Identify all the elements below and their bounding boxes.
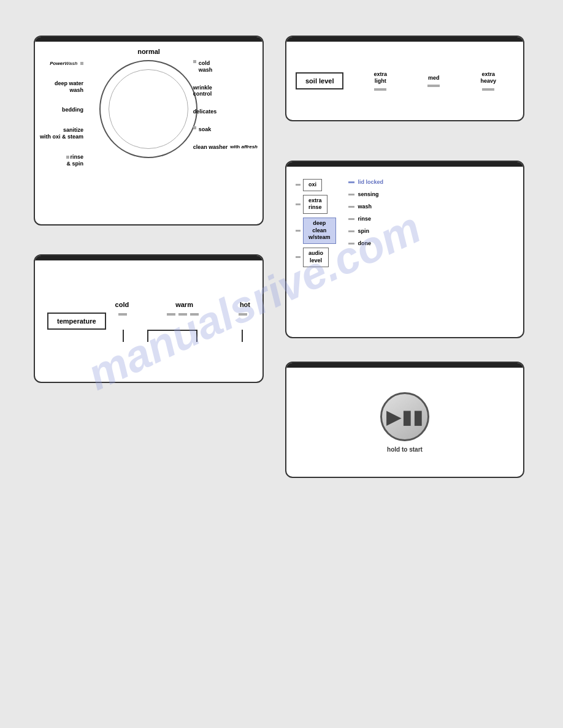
oxi-led [296, 184, 301, 186]
soil-inner: soil level extralight med extraheavy [286, 42, 523, 120]
panel-header-soil [286, 37, 523, 42]
temp-warm-label: warm [175, 301, 193, 308]
temp-inner: temperature cold warm hot [35, 260, 262, 382]
cycle-inner: normal PowerWash deep waterwash bedding … [35, 42, 262, 224]
soil-med-led [427, 85, 440, 87]
temp-warm-leds [167, 313, 199, 316]
status-spin: spin [348, 228, 514, 234]
spin-led [348, 230, 354, 232]
lid-locked-led [348, 181, 354, 183]
options-left: oxi extrarinse deepcleanw/steam audiolev… [296, 173, 336, 331]
soil-panel: soil level extralight med extraheavy [285, 36, 524, 121]
powerwash-led [80, 62, 83, 65]
option-oxi-row: oxi [296, 179, 336, 191]
wash-label: wash [358, 203, 372, 210]
status-wash: wash [348, 203, 514, 210]
done-label: done [358, 240, 372, 246]
cycle-label-soak: soak [193, 126, 258, 133]
cycle-label-powerwash: PowerWash [40, 60, 83, 67]
cycle-label-deep-water-wash: deep waterwash [40, 80, 83, 94]
cold-wash-led [193, 60, 196, 63]
cycle-label-sanitize: sanitizewith oxi & steam [40, 127, 83, 140]
cycle-label-bedding: bedding [40, 107, 83, 113]
rinse-label: rinse [358, 216, 372, 222]
option-extra-rinse-row: extrarinse [296, 195, 336, 214]
temp-hot-led-1 [239, 313, 247, 316]
audio-level-button[interactable]: audiolevel [303, 248, 329, 267]
temp-hot-leds [239, 313, 247, 316]
deep-clean-button[interactable]: deepcleanw/steam [303, 218, 336, 244]
extra-rinse-button[interactable]: extrarinse [303, 195, 327, 214]
soil-extra-light-label: extralight [374, 71, 388, 85]
start-inner: ▶▮▮ hold to start [286, 368, 523, 477]
option-audio-level-row: audiolevel [296, 248, 336, 267]
temp-leds-row [115, 313, 250, 316]
cycle-right-labels: coldwash wrinklecontrol delicates soak c… [193, 60, 258, 151]
cycle-dial-inner [109, 69, 188, 149]
temp-warm-led-3 [190, 313, 199, 316]
options-right: lid locked sensing wash rinse spin [348, 173, 514, 331]
start-panel: ▶▮▮ hold to start [285, 362, 524, 478]
bracket-v-warm-right [196, 330, 197, 342]
bracket-v-warm-left [147, 330, 148, 342]
options-panel: oxi extrarinse deepcleanw/steam audiolev… [285, 161, 524, 338]
cycle-normal-label: normal [35, 48, 262, 55]
deep-clean-led [296, 230, 301, 232]
cycle-label-clean-washer: clean washerwith affresh [193, 144, 258, 151]
lid-locked-label: lid locked [358, 179, 384, 185]
temp-bracket [115, 320, 250, 342]
oxi-button[interactable]: oxi [303, 179, 322, 191]
audio-led [296, 256, 301, 258]
bracket-h-warm [147, 330, 196, 331]
soil-option-med[interactable]: med [427, 75, 440, 88]
page-container: manualsrive.com normal PowerWash deep wa… [0, 0, 563, 728]
bracket-v-hot [242, 330, 243, 342]
sensing-led [348, 194, 354, 195]
panel-header-temp [35, 256, 262, 260]
soil-indicators: extralight med extraheavy [356, 71, 514, 91]
soil-med-label: med [428, 75, 440, 82]
temp-cold-label: cold [115, 301, 129, 308]
cycle-panel: normal PowerWash deep waterwash bedding … [34, 36, 264, 226]
cycle-label-cold-wash: coldwash [193, 60, 258, 74]
spin-label: spin [358, 228, 370, 234]
wash-led [348, 206, 354, 208]
temp-labels: cold warm hot [115, 301, 250, 308]
panel-header-cycle [35, 37, 262, 42]
option-deep-clean-row: deepcleanw/steam [296, 218, 336, 244]
extra-rinse-led [296, 203, 301, 205]
temp-warm-led-2 [178, 313, 187, 316]
status-done: done [348, 240, 514, 246]
soil-level-label: soil level [296, 72, 343, 89]
done-led [348, 243, 354, 245]
temperature-label: temperature [47, 313, 106, 330]
rinse-led [348, 218, 354, 220]
soil-extra-light-led [374, 88, 386, 91]
soil-extra-heavy-led [482, 88, 494, 91]
sensing-label: sensing [358, 191, 379, 197]
panel-header-options [286, 162, 523, 167]
options-inner: oxi extrarinse deepcleanw/steam audiolev… [286, 167, 523, 337]
cycle-label-wrinkle-control: wrinklecontrol [193, 85, 258, 98]
soil-extra-heavy-label: extraheavy [480, 71, 496, 85]
start-button[interactable]: ▶▮▮ [380, 392, 429, 441]
temp-controls: temperature cold warm hot [47, 270, 250, 373]
cycle-label-delicates: delicates [193, 108, 258, 115]
rinse-led [66, 156, 69, 159]
status-rinse: rinse [348, 216, 514, 222]
status-lid-locked: lid locked [348, 179, 514, 185]
soil-option-extra-heavy[interactable]: extraheavy [480, 71, 496, 91]
cycle-label-rinse-spin: rinse& spin [40, 154, 83, 167]
soil-option-extra-light[interactable]: extralight [374, 71, 388, 91]
panel-header-start [286, 363, 523, 368]
cycle-dial[interactable] [99, 60, 197, 158]
bracket-v-cold [123, 330, 124, 342]
temp-hot-label: hot [240, 301, 250, 308]
cycle-left-labels: PowerWash deep waterwash bedding sanitiz… [40, 60, 83, 167]
temp-warm-led-1 [167, 313, 175, 316]
play-pause-icon: ▶▮▮ [386, 407, 424, 427]
temp-slider-area: cold warm hot [115, 301, 250, 342]
soak-led [193, 126, 196, 129]
temperature-panel: temperature cold warm hot [34, 254, 264, 383]
temp-cold-led-1 [118, 313, 127, 316]
